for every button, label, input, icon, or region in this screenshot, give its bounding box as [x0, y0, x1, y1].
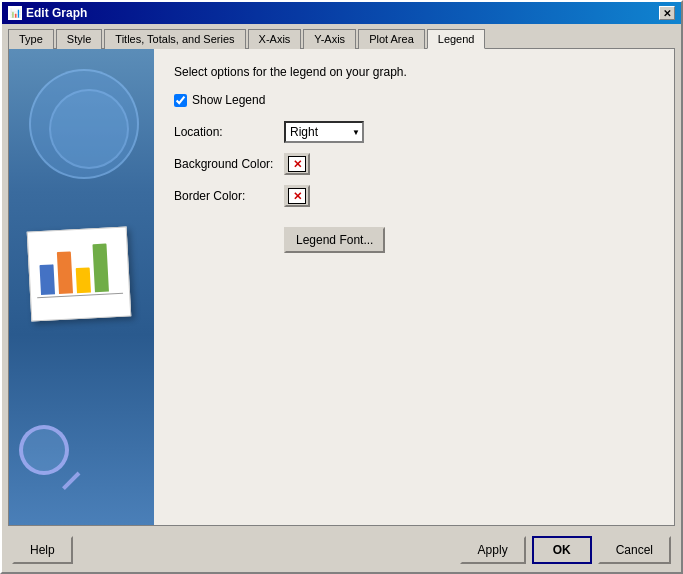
magnifier-glass [19, 425, 69, 475]
bar-4 [92, 244, 108, 293]
location-select[interactable]: Right Left Top Bottom [284, 121, 364, 143]
magnifier-icon [19, 425, 89, 495]
chart-bars [34, 236, 123, 295]
title-bar-left: 📊 Edit Graph [8, 6, 87, 20]
location-select-wrapper: Right Left Top Bottom [284, 121, 364, 143]
show-legend-row: Show Legend [174, 93, 654, 107]
cancel-button[interactable]: Cancel [598, 536, 671, 564]
bg-color-row: Background Color: ✕ [174, 153, 654, 175]
edit-graph-window: 📊 Edit Graph ✕ Type Style Titles, Totals… [0, 0, 683, 574]
decorative-circle-2 [49, 89, 129, 169]
show-legend-label: Show Legend [192, 93, 265, 107]
border-color-swatch: ✕ [288, 188, 306, 204]
bar-2 [57, 251, 73, 294]
window-title: Edit Graph [26, 6, 87, 20]
bar-3 [76, 267, 91, 293]
tab-yaxis[interactable]: Y-Axis [303, 29, 356, 49]
close-button[interactable]: ✕ [659, 6, 675, 20]
tab-type[interactable]: Type [8, 29, 54, 49]
window-icon: 📊 [8, 6, 22, 20]
bg-color-swatch: ✕ [288, 156, 306, 172]
content-area: Select options for the legend on your gr… [8, 48, 675, 526]
border-color-label: Border Color: [174, 189, 284, 203]
left-panel [9, 49, 154, 525]
border-color-row: Border Color: ✕ [174, 185, 654, 207]
bar-1 [39, 264, 55, 295]
bg-color-label: Background Color: [174, 157, 284, 171]
location-label: Location: [174, 125, 284, 139]
legend-font-row: Legend Font... [284, 223, 654, 253]
tab-style[interactable]: Style [56, 29, 102, 49]
border-color-button[interactable]: ✕ [284, 185, 310, 207]
bg-color-button[interactable]: ✕ [284, 153, 310, 175]
ok-button[interactable]: OK [532, 536, 592, 564]
tabs-bar: Type Style Titles, Totals, and Series X-… [2, 24, 681, 48]
chart-icon [27, 226, 132, 321]
show-legend-checkbox[interactable] [174, 94, 187, 107]
apply-button[interactable]: Apply [460, 536, 526, 564]
legend-font-button[interactable]: Legend Font... [284, 227, 385, 253]
tab-legend[interactable]: Legend [427, 29, 486, 49]
description-text: Select options for the legend on your gr… [174, 65, 654, 79]
tab-xaxis[interactable]: X-Axis [248, 29, 302, 49]
tab-plotarea[interactable]: Plot Area [358, 29, 425, 49]
tab-titles[interactable]: Titles, Totals, and Series [104, 29, 245, 49]
magnifier-handle [62, 472, 80, 490]
right-panel: Select options for the legend on your gr… [154, 49, 674, 525]
bottom-bar: Help Apply OK Cancel [2, 528, 681, 572]
location-row: Location: Right Left Top Bottom [174, 121, 654, 143]
help-button[interactable]: Help [12, 536, 73, 564]
title-bar: 📊 Edit Graph ✕ [2, 2, 681, 24]
bottom-right-buttons: Apply OK Cancel [460, 536, 671, 564]
bg-color-x-icon: ✕ [293, 158, 302, 171]
border-color-x-icon: ✕ [293, 190, 302, 203]
